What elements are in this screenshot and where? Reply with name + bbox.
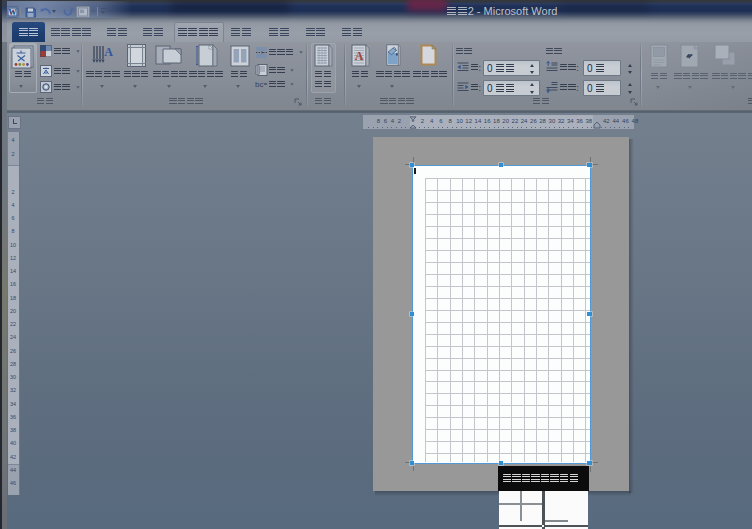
- svg-text:W: W: [9, 8, 17, 17]
- svg-text:A: A: [104, 45, 113, 59]
- svg-text:A: A: [355, 49, 364, 63]
- svg-text:bc: bc: [255, 80, 263, 89]
